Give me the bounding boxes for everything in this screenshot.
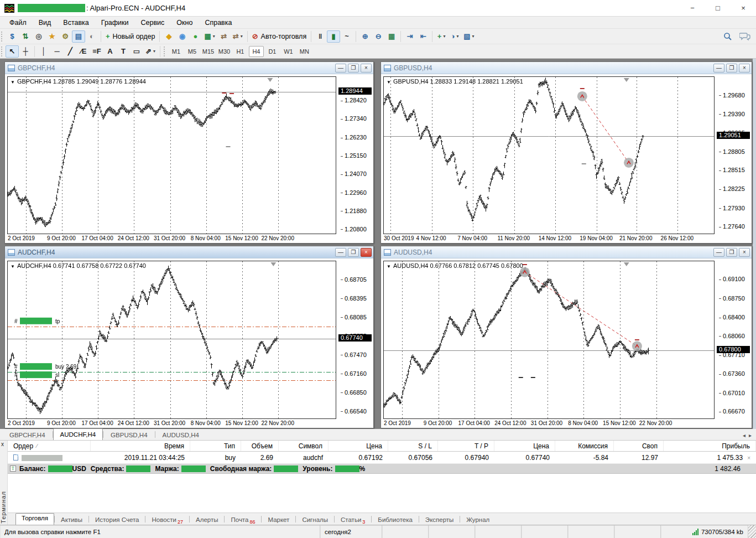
timeframe-button-h1[interactable]: H1 (233, 46, 248, 57)
price-scale[interactable]: 1.296801.293901.290951.288051.285151.282… (716, 76, 751, 234)
chart-close-button[interactable]: × (739, 64, 750, 73)
terminal-panel-icon[interactable]: ▤ (72, 30, 85, 43)
chart-tab-audchf[interactable]: AUDCHF,H4 (53, 428, 103, 440)
price-scale[interactable]: 0.687050.683950.680850.677750.674700.671… (337, 261, 373, 419)
chart-tab-gbpchf[interactable]: GBPCHF,H4 (2, 430, 53, 440)
navigator-icon[interactable]: ◎ (32, 30, 45, 43)
scroll-right-icon[interactable]: ▸ (749, 432, 752, 438)
timeframe-button-m5[interactable]: M5 (185, 46, 200, 57)
text-icon[interactable]: A (103, 45, 117, 58)
terminal-tab-10[interactable]: Эксперты (419, 515, 460, 525)
zoom-out-icon[interactable]: ⊖ (372, 30, 385, 43)
menu-item-help[interactable]: Справка (199, 18, 238, 28)
autoscroll-icon[interactable]: ⇥ (403, 30, 416, 43)
terminal-tab-6[interactable]: Маркет (262, 515, 295, 525)
chart-plot-area[interactable]: ▼AUDCHF,H4 0.67741 0.67758 0.67722 0.677… (7, 261, 336, 419)
column-order[interactable]: Ордер∕ (8, 441, 91, 451)
search-icon[interactable] (723, 32, 733, 42)
cursor-icon[interactable]: ↖ (6, 45, 19, 58)
chart-tab-gbpusd[interactable]: GBPUSD,H4 (103, 430, 154, 440)
minimize-button[interactable]: − (680, 0, 705, 16)
chevron-down-icon[interactable]: ▼ (387, 80, 391, 85)
templates-menu-button[interactable]: ▧▾ (461, 30, 476, 43)
mdi-scrollbar[interactable] (753, 59, 756, 429)
timeframe-button-h4[interactable]: H4 (249, 46, 264, 57)
terminal-tab-trade[interactable]: Торговля (15, 513, 54, 525)
chart-minimize-button[interactable]: — (713, 248, 724, 257)
chart-shift-icon[interactable]: ⇤ (416, 30, 430, 43)
new-chart-button[interactable]: ▦▾ (202, 30, 217, 43)
horizontal-line-icon[interactable]: ─ (50, 45, 64, 58)
chevron-down-icon[interactable]: ▼ (11, 264, 15, 269)
timeframe-button-m15[interactable]: M15 (201, 46, 216, 57)
label-icon[interactable]: T (117, 45, 130, 58)
chat-icon[interactable] (739, 32, 750, 42)
resize-grip[interactable] (748, 525, 756, 538)
column-commission[interactable]: Комиссия (555, 441, 614, 451)
chart-minimize-button[interactable]: — (335, 248, 346, 257)
menu-item-service[interactable]: Сервис (135, 18, 171, 28)
metaeditor-icon[interactable]: ◆ (162, 30, 175, 43)
column-swap[interactable]: Своп (614, 441, 664, 451)
chart-plot-area[interactable]: ▼AUDUSD,H4 0.67766 0.67812 0.67745 0.678… (383, 261, 715, 419)
chart-window-titlebar[interactable]: GBPCHF,H4—❐× (5, 62, 373, 74)
chart-restore-button[interactable]: ❐ (726, 64, 737, 73)
column-type[interactable]: Тип (190, 441, 241, 451)
terminal-tab-1[interactable]: Активы (55, 515, 88, 525)
tile-windows-icon[interactable]: ▦ (385, 30, 398, 43)
chart-plot-area[interactable]: ▼GBPCHF,H4 1.28785 1.29049 1.28776 1.289… (7, 76, 336, 234)
chart-window-titlebar[interactable]: GBPUSD,H4—❐× (381, 62, 752, 74)
terminal-tab-2[interactable]: История Счета (89, 515, 145, 525)
favorites-icon[interactable]: ★ (45, 30, 59, 43)
crosshair-icon[interactable]: ┼ (19, 45, 32, 58)
trendline-icon[interactable]: ╱ (64, 45, 77, 58)
chart-window-audusd[interactable]: AUDUSD,H4—❐×▼AUDUSD,H4 0.67766 0.67812 0… (380, 246, 752, 428)
time-scale[interactable]: 2 Oct 20199 Oct 20:0017 Oct 04:0024 Oct … (7, 420, 336, 428)
timeframe-button-d1[interactable]: D1 (265, 46, 280, 57)
terminal-close-icon[interactable]: x (1, 442, 4, 447)
time-scale[interactable]: 2 Oct 20199 Oct 20:0017 Oct 04:0024 Oct … (7, 235, 336, 243)
price-chart-canvas[interactable] (8, 261, 336, 418)
chart-close-button[interactable]: × (739, 248, 750, 257)
terminal-tab-3[interactable]: Новости27 (145, 515, 189, 525)
chevron-down-icon[interactable]: ▾ (472, 34, 474, 39)
chevron-down-icon[interactable]: ▾ (457, 34, 459, 39)
templates-button[interactable]: ⇄▾ (231, 30, 245, 43)
market-watch-icon[interactable]: $ (6, 30, 19, 43)
open-order-row[interactable]: 2019.11.21 03:44:25 buy 2.69 audchf 0.67… (8, 452, 756, 464)
column-symbol[interactable]: Символ (279, 441, 329, 451)
timeframe-button-m30[interactable]: M30 (217, 46, 232, 57)
terminal-tab-9[interactable]: Библиотека (372, 515, 419, 525)
close-button[interactable]: × (731, 0, 756, 16)
strategy-tester-icon[interactable]: ◐ (85, 30, 98, 43)
menu-item-file[interactable]: Файл (3, 18, 33, 28)
timeframe-button-w1[interactable]: W1 (281, 46, 296, 57)
chevron-down-icon[interactable]: ▾ (213, 34, 215, 39)
chevron-down-icon[interactable]: ▾ (153, 49, 155, 54)
indicators-button[interactable]: +▾ (435, 30, 448, 43)
data-window-icon[interactable]: ⇅ (19, 30, 32, 43)
column-tp[interactable]: T / P (438, 441, 494, 451)
chevron-down-icon[interactable]: ▾ (443, 34, 445, 39)
column-time[interactable]: Время (91, 441, 190, 451)
menu-item-charts[interactable]: Графики (95, 18, 135, 28)
bar-chart-icon[interactable]: ‖ (314, 30, 327, 43)
shapes-icon[interactable]: ▭ (130, 45, 143, 58)
menu-item-view[interactable]: Вид (33, 18, 58, 28)
price-chart-canvas[interactable] (384, 261, 714, 418)
chart-close-button[interactable]: × (361, 64, 372, 73)
community-icon[interactable]: ◉ (175, 30, 189, 43)
price-scale[interactable]: 1.284201.273401.262301.251501.240701.229… (337, 76, 373, 234)
menu-item-insert[interactable]: Вставка (57, 18, 95, 28)
terminal-tab-4[interactable]: Алерты (190, 515, 224, 525)
chevron-down-icon[interactable]: ▼ (11, 80, 15, 85)
chart-restore-button[interactable]: ❐ (726, 248, 737, 257)
autotrading-button[interactable]: ⊘Авто-торговля (250, 30, 309, 43)
zoom-in-icon[interactable]: ⊕ (358, 30, 372, 43)
chart-restore-button[interactable]: ❐ (348, 64, 359, 73)
price-chart-canvas[interactable] (8, 77, 336, 234)
column-profit[interactable]: Прибыль (664, 441, 756, 451)
chart-window-titlebar[interactable]: AUDUSD,H4—❐× (381, 246, 752, 258)
chart-restore-button[interactable]: ❐ (348, 248, 359, 257)
column-current-price[interactable]: Цена (494, 441, 555, 451)
